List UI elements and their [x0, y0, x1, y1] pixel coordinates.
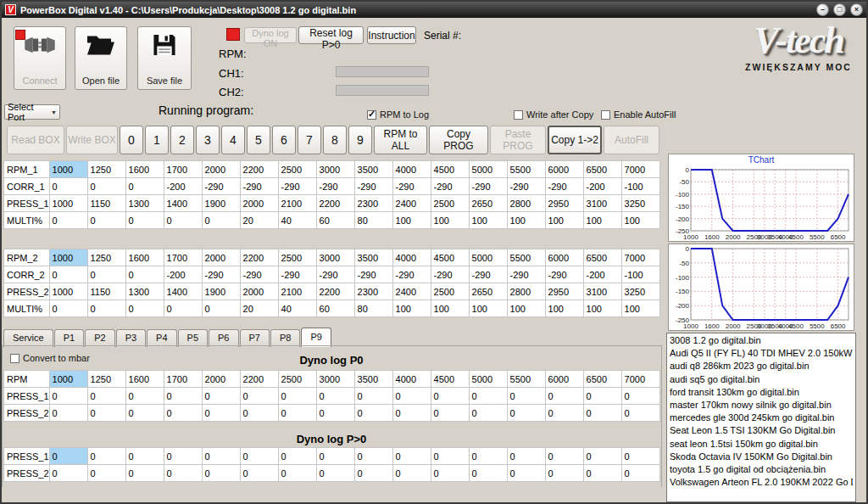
value-cell[interactable]: 100	[621, 212, 659, 229]
value-cell[interactable]: 5000	[469, 161, 507, 178]
button-copy-1-2[interactable]: Copy 1->2	[548, 126, 602, 154]
value-cell[interactable]: 0	[392, 465, 431, 482]
value-cell[interactable]: 2500	[431, 283, 469, 300]
button-7[interactable]: 7	[298, 126, 321, 154]
value-cell[interactable]: 0	[49, 405, 87, 422]
value-cell[interactable]: 0	[354, 405, 392, 422]
value-cell[interactable]: 0	[507, 465, 545, 482]
value-cell[interactable]: 1300	[125, 283, 164, 300]
value-cell[interactable]: 0	[164, 212, 202, 229]
value-cell[interactable]: -290	[431, 178, 469, 195]
value-cell[interactable]: -290	[469, 178, 507, 195]
value-cell[interactable]: 2650	[469, 283, 507, 300]
button-copy-prog[interactable]: Copy PROG	[429, 126, 488, 154]
value-cell[interactable]: 0	[469, 465, 507, 482]
value-cell[interactable]: 2400	[392, 283, 431, 300]
value-cell[interactable]: 0	[278, 448, 316, 465]
value-cell[interactable]: 0	[125, 178, 164, 195]
value-cell[interactable]: 100	[469, 212, 507, 229]
value-cell[interactable]: 2200	[316, 195, 354, 212]
value-cell[interactable]: 2800	[507, 195, 545, 212]
file-list-item[interactable]: master 170km nowy silnik go digital.bin	[670, 399, 853, 412]
value-cell[interactable]: 6000	[545, 371, 583, 388]
value-cell[interactable]: 5500	[507, 161, 545, 178]
value-cell[interactable]: 2100	[278, 195, 316, 212]
value-cell[interactable]: 100	[507, 212, 545, 229]
value-cell[interactable]: 80	[354, 300, 392, 317]
value-cell[interactable]: 0	[545, 465, 583, 482]
value-cell[interactable]: 0	[278, 405, 316, 422]
value-cell[interactable]: 2800	[507, 283, 545, 300]
value-cell[interactable]: 2650	[469, 195, 507, 212]
value-cell[interactable]: 60	[316, 300, 354, 317]
value-cell[interactable]: 100	[392, 300, 431, 317]
value-cell[interactable]: 0	[87, 465, 125, 482]
value-cell[interactable]: 0	[392, 448, 431, 465]
tab-p2[interactable]: P2	[85, 329, 114, 347]
value-cell[interactable]: -200	[164, 178, 202, 195]
value-cell[interactable]: 1000	[49, 249, 87, 266]
value-cell[interactable]: 0	[164, 405, 202, 422]
value-cell[interactable]: 1900	[202, 283, 240, 300]
value-cell[interactable]: 0	[202, 388, 240, 405]
value-cell[interactable]: 1000	[49, 283, 87, 300]
value-cell[interactable]: 100	[392, 212, 431, 229]
tab-p7[interactable]: P7	[240, 329, 270, 347]
value-cell[interactable]: 0	[583, 448, 621, 465]
file-list-item[interactable]: 3008 1.2 go digital.bin	[670, 334, 853, 347]
tab-p6[interactable]: P6	[209, 329, 238, 347]
value-cell[interactable]: 1300	[125, 195, 164, 212]
instruction-button[interactable]: Instruction	[367, 26, 416, 44]
file-list-item[interactable]: ford transit 130km go digital.bin	[670, 386, 853, 399]
value-cell[interactable]: 0	[583, 405, 621, 422]
close-button[interactable]: ×	[850, 3, 863, 16]
value-cell[interactable]: 60	[316, 212, 354, 229]
value-cell[interactable]: 7000	[621, 249, 659, 266]
value-cell[interactable]: 2000	[202, 161, 240, 178]
value-cell[interactable]: 0	[240, 388, 278, 405]
value-cell[interactable]: 3100	[583, 195, 621, 212]
value-cell[interactable]: 0	[431, 388, 469, 405]
reset-log-button[interactable]: Reset log P>0	[298, 26, 364, 44]
value-cell[interactable]: -200	[583, 266, 621, 283]
value-cell[interactable]: -290	[545, 266, 583, 283]
value-cell[interactable]: 0	[431, 405, 469, 422]
value-cell[interactable]: 100	[545, 300, 583, 317]
value-cell[interactable]: -290	[278, 178, 316, 195]
value-cell[interactable]: 1250	[87, 371, 125, 388]
value-cell[interactable]: 100	[583, 300, 621, 317]
value-cell[interactable]: 2000	[240, 195, 278, 212]
value-cell[interactable]: 0	[431, 448, 469, 465]
value-cell[interactable]: 0	[125, 300, 164, 317]
value-cell[interactable]: 2200	[240, 249, 278, 266]
value-cell[interactable]: 0	[202, 212, 240, 229]
value-cell[interactable]: 0	[507, 388, 545, 405]
value-cell[interactable]: 2000	[202, 249, 240, 266]
value-cell[interactable]: 4500	[431, 371, 469, 388]
value-cell[interactable]: 0	[240, 465, 278, 482]
value-cell[interactable]: -290	[469, 266, 507, 283]
value-cell[interactable]: 1600	[125, 161, 164, 178]
value-cell[interactable]: 2200	[240, 161, 278, 178]
value-cell[interactable]: 100	[431, 300, 469, 317]
value-cell[interactable]: 0	[87, 448, 125, 465]
value-cell[interactable]: 5000	[469, 371, 507, 388]
value-cell[interactable]: 4000	[392, 249, 431, 266]
value-cell[interactable]: 0	[583, 465, 621, 482]
tab-p5[interactable]: P5	[178, 329, 208, 347]
value-cell[interactable]: 3250	[621, 283, 659, 300]
value-cell[interactable]: 0	[202, 300, 240, 317]
button-1[interactable]: 1	[145, 126, 169, 154]
value-cell[interactable]: 3250	[621, 195, 659, 212]
button-6[interactable]: 6	[272, 126, 296, 154]
value-cell[interactable]: 0	[49, 465, 87, 482]
enable-autofill-box[interactable]	[601, 110, 610, 120]
value-cell[interactable]: 0	[49, 212, 87, 229]
save-file-button[interactable]: Save file	[137, 26, 192, 90]
value-cell[interactable]: -290	[507, 266, 545, 283]
value-cell[interactable]: 1150	[87, 283, 125, 300]
value-cell[interactable]: 2950	[545, 195, 583, 212]
select-port-dropdown[interactable]: Select Port ▼	[4, 104, 60, 120]
button-8[interactable]: 8	[323, 126, 347, 154]
value-cell[interactable]: 0	[164, 448, 202, 465]
